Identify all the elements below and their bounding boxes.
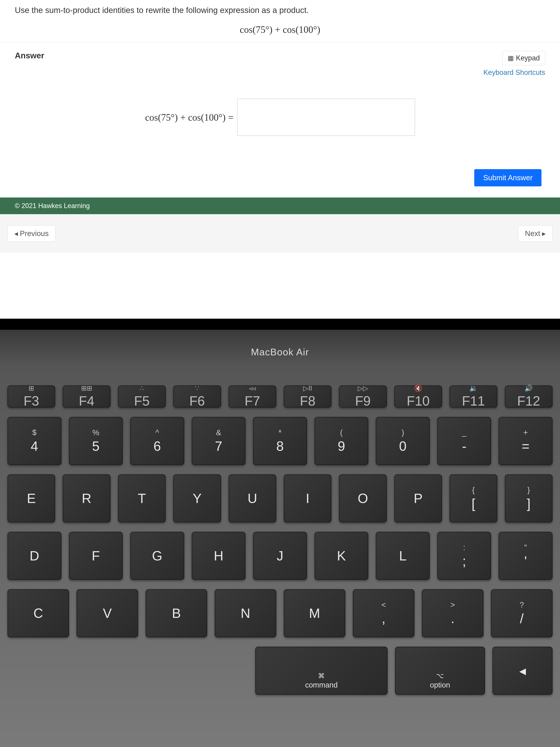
key-9: (9 bbox=[315, 417, 369, 465]
key-main-label: L bbox=[399, 548, 406, 563]
fn-key-f5: ∴F5 bbox=[118, 385, 166, 408]
key-main-label: Y bbox=[193, 491, 202, 506]
fn-key-f9: ▷▷F9 bbox=[339, 385, 387, 408]
key-top-label: ? bbox=[519, 600, 524, 609]
key-k: K bbox=[315, 532, 369, 580]
key-main-label: F9 bbox=[355, 393, 371, 409]
key-main-label: F11 bbox=[462, 393, 485, 409]
fn-key-f11: 🔉F11 bbox=[449, 385, 497, 408]
key-top-label: + bbox=[523, 428, 528, 437]
key-icon: ⊞ bbox=[28, 384, 34, 392]
key-icon: 🔉 bbox=[469, 384, 478, 392]
key-0: )0 bbox=[376, 417, 430, 465]
keyboard-shortcuts-link[interactable]: Keyboard Shortcuts bbox=[483, 69, 545, 77]
key-top-label: > bbox=[450, 600, 455, 609]
fn-key-f10: 🔇F10 bbox=[394, 385, 442, 408]
key-icon: ⌥ bbox=[436, 672, 444, 680]
chevron-left-icon: ◂ bbox=[14, 229, 18, 238]
key-main-label: 4 bbox=[31, 439, 38, 454]
key-command: ⌘command bbox=[255, 647, 388, 695]
key-period: >. bbox=[422, 589, 483, 637]
next-button[interactable]: Next ▸ bbox=[518, 225, 553, 241]
key-top-label: : bbox=[463, 543, 465, 552]
key-icon: ◃◃ bbox=[249, 384, 256, 392]
key-top-label: " bbox=[524, 543, 527, 552]
fn-key-f4: ⊞⊞F4 bbox=[62, 385, 110, 408]
answer-input[interactable] bbox=[237, 99, 415, 136]
key-main-label: F bbox=[92, 548, 100, 563]
key-8: *8 bbox=[253, 417, 307, 465]
key-u: U bbox=[229, 474, 276, 522]
key-main-label: 7 bbox=[215, 439, 222, 454]
key-main-label: ◂ bbox=[519, 663, 526, 678]
key-main-label: I bbox=[306, 491, 310, 506]
key-main-label: 5 bbox=[92, 439, 100, 454]
keypad-button[interactable]: Keypad bbox=[502, 51, 545, 65]
key-main-label: F10 bbox=[407, 393, 430, 409]
key-top-label: _ bbox=[462, 428, 466, 437]
key-main-label: ' bbox=[524, 553, 527, 569]
fn-key-f7: ◃◃F7 bbox=[229, 385, 276, 408]
previous-button[interactable]: ◂ Previous bbox=[7, 225, 56, 241]
key-main-label: = bbox=[522, 439, 529, 454]
key--: _- bbox=[437, 417, 491, 465]
key-main-label: 6 bbox=[154, 439, 161, 454]
key-top-label: } bbox=[527, 486, 530, 494]
key-main-label: F8 bbox=[300, 393, 315, 409]
submit-answer-button[interactable]: Submit Answer bbox=[474, 169, 541, 186]
next-label: Next bbox=[525, 229, 540, 238]
keypad-button-label: Keypad bbox=[516, 54, 540, 62]
key-l: L bbox=[376, 532, 430, 580]
key-top-label: ( bbox=[340, 428, 343, 437]
key-main-label: F3 bbox=[24, 393, 39, 409]
key-h: H bbox=[192, 532, 246, 580]
question-prompt: Use the sum-to-product identities to rew… bbox=[15, 5, 545, 15]
fn-key-f12: 🔊F12 bbox=[505, 385, 553, 408]
key-option: ⌥option bbox=[395, 647, 485, 695]
fn-key-f8: ▷IIF8 bbox=[284, 385, 331, 408]
keyboard: ⊞F3⊞⊞F4∴F5∵F6◃◃F7▷IIF8▷▷F9🔇F10🔉F11🔊F12 $… bbox=[0, 382, 560, 747]
key-6: ^6 bbox=[130, 417, 184, 465]
key-main-label: R bbox=[82, 491, 91, 506]
key-main-label: option bbox=[430, 681, 450, 689]
key-main-label: 9 bbox=[338, 439, 345, 454]
key-j: J bbox=[253, 532, 307, 580]
fn-key-f6: ∵F6 bbox=[173, 385, 221, 408]
footer-bar: © 2021 Hawkes Learning bbox=[0, 198, 560, 214]
key-r: R bbox=[62, 474, 110, 522]
question-expression: cos(75°) + cos(100°) bbox=[15, 24, 545, 35]
key-main-label: / bbox=[520, 611, 524, 626]
key-b: B bbox=[145, 589, 207, 637]
key-main-label: [ bbox=[472, 496, 475, 511]
key-icon: ▷▷ bbox=[358, 384, 368, 392]
key-main-label: - bbox=[462, 439, 466, 454]
laptop-brand-label: MacBook Air bbox=[0, 319, 560, 358]
key-main-label: D bbox=[30, 548, 39, 563]
key-semicolon: :; bbox=[437, 532, 491, 580]
key-top-label: { bbox=[472, 486, 475, 494]
key-f: F bbox=[69, 532, 123, 580]
key-d: D bbox=[7, 532, 61, 580]
key-t: T bbox=[118, 474, 166, 522]
fn-key-f3: ⊞F3 bbox=[7, 385, 55, 408]
key-p: P bbox=[394, 474, 442, 522]
key-top-label: ^ bbox=[155, 428, 159, 437]
key-icon: ⊞⊞ bbox=[81, 384, 92, 392]
chevron-right-icon: ▸ bbox=[542, 229, 546, 238]
key-main-label: 0 bbox=[399, 439, 406, 454]
key-main-label: K bbox=[337, 548, 346, 563]
question-area: Use the sum-to-product identities to rew… bbox=[0, 0, 560, 43]
key-=: += bbox=[499, 417, 553, 465]
answer-lhs-expression: cos(75°) + cos(100°) = bbox=[145, 112, 233, 123]
key-main-label: J bbox=[277, 548, 283, 563]
key-o: O bbox=[339, 474, 387, 522]
key-main-label: ; bbox=[462, 553, 466, 569]
key-main-label: F4 bbox=[79, 393, 95, 409]
key-n: N bbox=[215, 589, 276, 637]
key-top-label: & bbox=[216, 428, 221, 437]
key-top-label: $ bbox=[32, 428, 36, 437]
key-arrow-left: ◂ bbox=[492, 647, 553, 695]
key-main-label: F7 bbox=[245, 393, 260, 409]
key-g: G bbox=[130, 532, 184, 580]
key-icon: 🔊 bbox=[525, 384, 533, 392]
